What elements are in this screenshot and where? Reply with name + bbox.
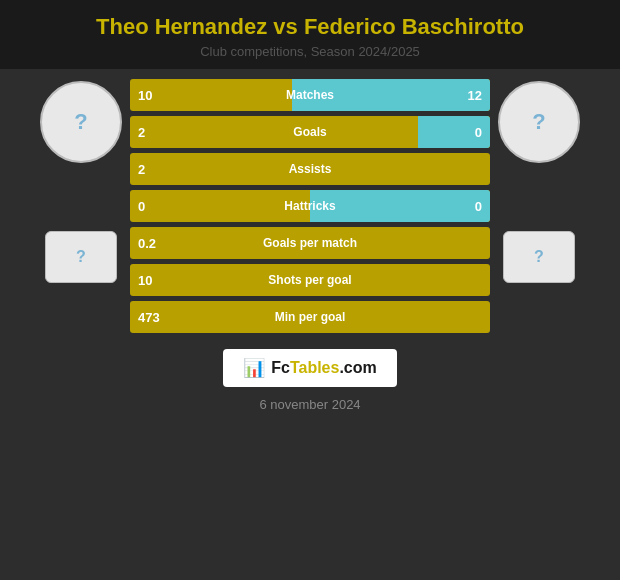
logo-section: 📊 FcTables.com xyxy=(223,349,397,387)
stat-row-hattricks: 0 Hattricks 0 xyxy=(130,190,490,222)
player2-avatar-rect: ? xyxy=(503,231,575,283)
min-per-goal-label: Min per goal xyxy=(275,310,346,324)
assists-label: Assists xyxy=(289,162,332,176)
stat-row-min-per-goal: 473 Min per goal xyxy=(130,301,490,333)
shots-per-goal-left-val: 10 xyxy=(130,273,158,288)
hattricks-label: Hattricks xyxy=(284,199,335,213)
hattricks-left-val: 0 xyxy=(130,199,158,214)
goals-per-match-label: Goals per match xyxy=(263,236,357,250)
goals-per-match-left-val: 0.2 xyxy=(130,236,158,251)
main-layout: ? ? 10 Matches 12 2 Goals 0 xyxy=(0,79,620,333)
player2-question-icon: ? xyxy=(532,109,545,135)
logo-text: FcTables.com xyxy=(271,359,377,377)
player1-question-icon: ? xyxy=(74,109,87,135)
right-avatars: ? ? xyxy=(498,79,580,283)
content: ? ? 10 Matches 12 2 Goals 0 xyxy=(0,69,620,580)
logo-chart-icon: 📊 xyxy=(243,357,265,379)
stat-row-assists: 2 Assists xyxy=(130,153,490,185)
matches-right-val: 12 xyxy=(462,88,490,103)
header: Theo Hernandez vs Federico Baschirotto C… xyxy=(0,0,620,69)
player2-rect-question-icon: ? xyxy=(534,248,544,266)
stat-row-goals-per-match: 0.2 Goals per match xyxy=(130,227,490,259)
page-title: Theo Hernandez vs Federico Baschirotto xyxy=(20,14,600,40)
player2-avatar-circle: ? xyxy=(498,81,580,163)
min-per-goal-left-val: 473 xyxy=(130,310,160,325)
stats-column: 10 Matches 12 2 Goals 0 2 Assists 0 Ha xyxy=(130,79,490,333)
date-label: 6 november 2024 xyxy=(259,397,360,412)
stat-row-shots-per-goal: 10 Shots per goal xyxy=(130,264,490,296)
left-avatars: ? ? xyxy=(40,79,122,283)
matches-label: Matches xyxy=(286,88,334,102)
assists-left-val: 2 xyxy=(130,162,158,177)
stat-row-matches: 10 Matches 12 xyxy=(130,79,490,111)
stat-row-goals: 2 Goals 0 xyxy=(130,116,490,148)
goals-left-val: 2 xyxy=(130,125,158,140)
shots-per-goal-label: Shots per goal xyxy=(268,273,351,287)
matches-left-val: 10 xyxy=(130,88,158,103)
logo-box: 📊 FcTables.com xyxy=(223,349,397,387)
player1-avatar-rect: ? xyxy=(45,231,117,283)
goals-right-val: 0 xyxy=(462,125,490,140)
player1-avatar-circle: ? xyxy=(40,81,122,163)
goals-label: Goals xyxy=(293,125,326,139)
player1-rect-question-icon: ? xyxy=(76,248,86,266)
subtitle: Club competitions, Season 2024/2025 xyxy=(20,44,600,59)
hattricks-right-val: 0 xyxy=(462,199,490,214)
